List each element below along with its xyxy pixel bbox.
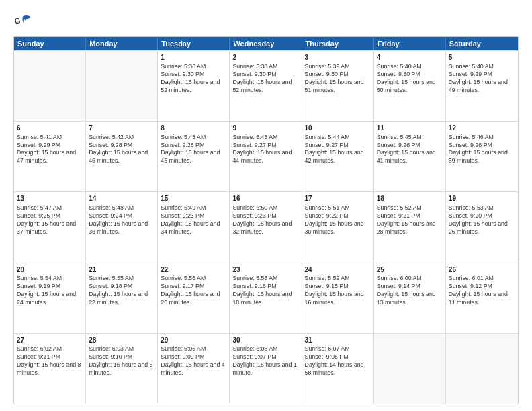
day-cell-21: 21Sunrise: 5:55 AM Sunset: 9:18 PM Dayli… [86,263,158,333]
day-cell-14: 14Sunrise: 5:48 AM Sunset: 9:24 PM Dayli… [86,192,158,262]
day-info: Sunrise: 6:03 AM Sunset: 9:10 PM Dayligh… [89,345,154,377]
day-info: Sunrise: 5:44 AM Sunset: 9:27 PM Dayligh… [305,134,371,166]
day-number: 17 [305,194,371,203]
day-number: 22 [161,265,226,275]
day-number: 31 [305,336,371,345]
day-cell-20: 20Sunrise: 5:54 AM Sunset: 9:19 PM Dayli… [14,263,86,333]
day-info: Sunrise: 5:43 AM Sunset: 9:27 PM Dayligh… [232,134,298,166]
page: G SundayMondayTuesdayWednesdayThursdayFr… [0,0,532,411]
day-number: 23 [232,265,298,275]
day-info: Sunrise: 5:51 AM Sunset: 9:22 PM Dayligh… [305,204,371,236]
day-info: Sunrise: 6:02 AM Sunset: 9:11 PM Dayligh… [17,345,83,377]
day-number: 30 [232,336,298,345]
empty-cell [374,334,446,404]
day-number: 6 [17,124,83,133]
day-cell-8: 8Sunrise: 5:43 AM Sunset: 9:28 PM Daylig… [158,122,230,191]
empty-cell [14,51,86,121]
day-info: Sunrise: 6:05 AM Sunset: 9:09 PM Dayligh… [161,345,226,377]
calendar-row-1: 1Sunrise: 5:38 AM Sunset: 9:30 PM Daylig… [14,50,518,121]
svg-text:G: G [15,16,21,25]
day-cell-22: 22Sunrise: 5:56 AM Sunset: 9:17 PM Dayli… [158,263,230,333]
day-number: 5 [449,53,515,62]
day-cell-29: 29Sunrise: 6:05 AM Sunset: 9:09 PM Dayli… [158,334,230,404]
day-info: Sunrise: 6:01 AM Sunset: 9:12 PM Dayligh… [449,275,515,307]
day-cell-4: 4Sunrise: 5:40 AM Sunset: 9:30 PM Daylig… [374,51,446,121]
day-cell-16: 16Sunrise: 5:50 AM Sunset: 9:23 PM Dayli… [230,192,302,262]
day-cell-17: 17Sunrise: 5:51 AM Sunset: 9:22 PM Dayli… [302,192,374,262]
day-info: Sunrise: 5:45 AM Sunset: 9:26 PM Dayligh… [377,134,443,166]
header-day-sunday: Sunday [14,37,86,50]
logo-icon: G [13,12,32,31]
day-number: 2 [232,53,298,62]
day-number: 10 [305,124,371,133]
day-info: Sunrise: 5:41 AM Sunset: 9:29 PM Dayligh… [17,134,83,166]
day-info: Sunrise: 5:50 AM Sunset: 9:23 PM Dayligh… [232,204,298,236]
day-number: 12 [449,124,515,133]
day-cell-13: 13Sunrise: 5:47 AM Sunset: 9:25 PM Dayli… [14,192,86,262]
day-number: 1 [161,53,226,62]
day-info: Sunrise: 5:59 AM Sunset: 9:15 PM Dayligh… [305,275,371,307]
day-number: 29 [161,336,226,345]
header-day-wednesday: Wednesday [230,37,302,50]
calendar-header: SundayMondayTuesdayWednesdayThursdayFrid… [14,37,518,50]
calendar-body: 1Sunrise: 5:38 AM Sunset: 9:30 PM Daylig… [14,50,518,404]
day-cell-24: 24Sunrise: 5:59 AM Sunset: 9:15 PM Dayli… [302,263,374,333]
day-number: 28 [89,336,154,345]
calendar: SundayMondayTuesdayWednesdayThursdayFrid… [13,36,519,404]
calendar-row-5: 27Sunrise: 6:02 AM Sunset: 9:11 PM Dayli… [14,333,518,404]
day-info: Sunrise: 5:48 AM Sunset: 9:24 PM Dayligh… [89,204,154,236]
empty-cell [446,334,518,404]
day-number: 7 [89,124,154,133]
header-day-saturday: Saturday [446,37,518,50]
day-info: Sunrise: 5:39 AM Sunset: 9:30 PM Dayligh… [305,63,371,95]
calendar-row-2: 6Sunrise: 5:41 AM Sunset: 9:29 PM Daylig… [14,121,518,191]
day-info: Sunrise: 5:42 AM Sunset: 9:28 PM Dayligh… [89,134,154,166]
day-info: Sunrise: 6:06 AM Sunset: 9:07 PM Dayligh… [232,345,298,377]
day-cell-30: 30Sunrise: 6:06 AM Sunset: 9:07 PM Dayli… [230,334,302,404]
day-info: Sunrise: 5:54 AM Sunset: 9:19 PM Dayligh… [17,275,83,307]
header-day-monday: Monday [86,37,158,50]
calendar-row-3: 13Sunrise: 5:47 AM Sunset: 9:25 PM Dayli… [14,191,518,262]
day-cell-9: 9Sunrise: 5:43 AM Sunset: 9:27 PM Daylig… [230,122,302,191]
day-info: Sunrise: 5:49 AM Sunset: 9:23 PM Dayligh… [161,204,226,236]
day-number: 13 [17,194,83,203]
day-cell-23: 23Sunrise: 5:58 AM Sunset: 9:16 PM Dayli… [230,263,302,333]
day-number: 25 [377,265,443,275]
day-cell-19: 19Sunrise: 5:53 AM Sunset: 9:20 PM Dayli… [446,192,518,262]
day-cell-28: 28Sunrise: 6:03 AM Sunset: 9:10 PM Dayli… [86,334,158,404]
empty-cell [86,51,158,121]
day-info: Sunrise: 5:47 AM Sunset: 9:25 PM Dayligh… [17,204,83,236]
day-info: Sunrise: 5:38 AM Sunset: 9:30 PM Dayligh… [232,63,298,95]
day-cell-31: 31Sunrise: 6:07 AM Sunset: 9:06 PM Dayli… [302,334,374,404]
day-cell-12: 12Sunrise: 5:46 AM Sunset: 9:26 PM Dayli… [446,122,518,191]
day-info: Sunrise: 5:56 AM Sunset: 9:17 PM Dayligh… [161,275,226,307]
day-info: Sunrise: 5:55 AM Sunset: 9:18 PM Dayligh… [89,275,154,307]
day-cell-1: 1Sunrise: 5:38 AM Sunset: 9:30 PM Daylig… [158,51,230,121]
day-info: Sunrise: 5:38 AM Sunset: 9:30 PM Dayligh… [161,63,226,95]
day-number: 11 [377,124,443,133]
day-number: 14 [89,194,154,203]
day-cell-27: 27Sunrise: 6:02 AM Sunset: 9:11 PM Dayli… [14,334,86,404]
day-cell-2: 2Sunrise: 5:38 AM Sunset: 9:30 PM Daylig… [230,51,302,121]
day-info: Sunrise: 5:46 AM Sunset: 9:26 PM Dayligh… [449,134,515,166]
day-cell-26: 26Sunrise: 6:01 AM Sunset: 9:12 PM Dayli… [446,263,518,333]
day-number: 16 [232,194,298,203]
day-cell-10: 10Sunrise: 5:44 AM Sunset: 9:27 PM Dayli… [302,122,374,191]
day-number: 8 [161,124,226,133]
header-day-friday: Friday [374,37,446,50]
header-day-tuesday: Tuesday [158,37,230,50]
day-info: Sunrise: 5:52 AM Sunset: 9:21 PM Dayligh… [377,204,443,236]
day-info: Sunrise: 5:40 AM Sunset: 9:30 PM Dayligh… [377,63,443,95]
day-info: Sunrise: 5:40 AM Sunset: 9:29 PM Dayligh… [449,63,515,95]
day-number: 27 [17,336,83,345]
day-number: 24 [305,265,371,275]
day-number: 18 [377,194,443,203]
day-info: Sunrise: 6:07 AM Sunset: 9:06 PM Dayligh… [305,345,371,377]
header: G [13,12,519,31]
calendar-row-4: 20Sunrise: 5:54 AM Sunset: 9:19 PM Dayli… [14,263,518,333]
day-info: Sunrise: 5:53 AM Sunset: 9:20 PM Dayligh… [449,204,515,236]
day-number: 20 [17,265,83,275]
header-day-thursday: Thursday [302,37,374,50]
day-cell-15: 15Sunrise: 5:49 AM Sunset: 9:23 PM Dayli… [158,192,230,262]
day-info: Sunrise: 5:58 AM Sunset: 9:16 PM Dayligh… [232,275,298,307]
